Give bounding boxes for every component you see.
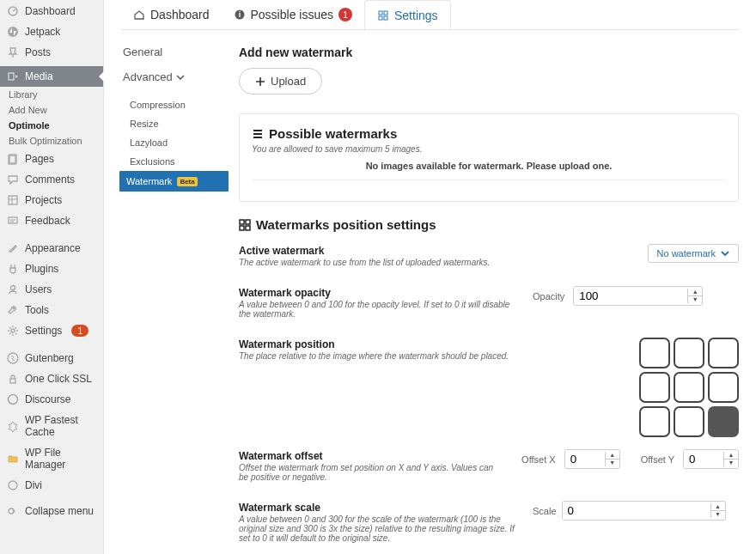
pos-w[interactable] — [639, 372, 670, 403]
offset-x-spinner[interactable]: ▲▼ — [605, 452, 619, 466]
sidebar-item-label: Projects — [25, 194, 62, 206]
list-icon — [252, 128, 264, 140]
sidebar-item-settings[interactable]: Settings1 — [0, 320, 103, 341]
sidebar-item-label: Dashboard — [25, 5, 76, 17]
possible-watermarks-panel: Possible watermarks You are allowed to s… — [239, 113, 739, 202]
sidebar-item-plugins[interactable]: Plugins — [0, 259, 103, 279]
sidebar-item-label: Divi — [25, 479, 42, 491]
sidebar-item-projects[interactable]: Projects — [0, 190, 103, 210]
innernav-sub-label: Watermark — [126, 176, 172, 186]
sidebar-item-collapse-menu[interactable]: Collapse menu — [0, 501, 103, 521]
pos-c[interactable] — [674, 372, 704, 403]
innernav-lazyload[interactable]: Lazyload — [123, 133, 222, 152]
feedback-icon — [7, 215, 19, 227]
offset-hint: Offset the watermark from set position o… — [239, 463, 504, 482]
plus-icon — [255, 76, 265, 87]
active-watermark-select[interactable]: No watermark — [648, 244, 739, 263]
tab-dashboard[interactable]: Dashboard — [121, 0, 222, 29]
gutenberg-icon — [7, 352, 19, 364]
sidebar-item-comments[interactable]: Comments — [0, 169, 103, 190]
sidebar-item-divi[interactable]: Divi — [0, 475, 103, 496]
position-label: Watermark position — [239, 338, 335, 350]
pos-sw[interactable] — [639, 406, 670, 437]
scale-input[interactable] — [563, 502, 710, 520]
opacity-hint: A value between 0 and 100 for the opacit… — [239, 300, 515, 319]
svg-rect-21 — [246, 220, 250, 224]
opacity-input-wrap: ▲▼ — [573, 286, 703, 306]
pos-se[interactable] — [708, 406, 739, 437]
sidebar-item-posts[interactable]: Posts — [0, 42, 103, 63]
innernav-sub-label: Exclusions — [130, 156, 175, 167]
sidebar-sub-library[interactable]: Library — [0, 87, 103, 102]
pw-hint: You are allowed to save maximum 5 images… — [252, 144, 726, 154]
innernav-watermark[interactable]: WatermarkBeta — [119, 171, 229, 192]
tab-label: Possible issues — [251, 8, 334, 21]
offset-y-spinner[interactable]: ▲▼ — [723, 452, 738, 466]
scale-spinner[interactable]: ▲▼ — [710, 503, 725, 518]
tab-settings[interactable]: Settings — [364, 0, 451, 31]
opacity-input[interactable] — [574, 287, 687, 305]
innernav-resize[interactable]: Resize — [123, 114, 222, 133]
sidebar-item-appearance[interactable]: Appearance — [0, 238, 103, 259]
active-watermark-value: No watermark — [657, 248, 716, 259]
tab-label: Dashboard — [150, 8, 210, 21]
pos-n[interactable] — [674, 338, 704, 368]
jetpack-icon — [7, 26, 19, 38]
sidebar-item-jetpack[interactable]: Jetpack — [0, 21, 103, 42]
sidebar-item-label: Gutenberg — [25, 352, 74, 364]
sidebar-item-dashboard[interactable]: Dashboard — [0, 1, 103, 21]
svg-rect-2 — [9, 73, 14, 80]
svg-rect-18 — [379, 16, 382, 20]
offset-y-label: Offset Y — [641, 454, 674, 465]
settings-inner-nav: General Advanced CompressionResizeLazylo… — [104, 30, 222, 554]
divi-icon — [7, 479, 19, 491]
sidebar-item-discourse[interactable]: Discourse — [0, 389, 103, 410]
sidebar-item-one-click-ssl[interactable]: One Click SSL — [0, 368, 103, 389]
offset-label: Watermark offset — [239, 450, 323, 462]
sidebar-item-pages[interactable]: Pages — [0, 149, 103, 169]
svg-rect-19 — [384, 16, 387, 20]
info-icon: i — [234, 9, 246, 21]
pos-e[interactable] — [708, 372, 739, 403]
beta-badge: Beta — [177, 177, 197, 186]
svg-rect-20 — [240, 220, 244, 224]
sidebar-sub-bulk-optimization[interactable]: Bulk Optimization — [0, 133, 103, 149]
comment-icon — [7, 174, 19, 186]
upload-button-label: Upload — [271, 75, 306, 88]
sidebar-item-label: Media — [25, 70, 53, 82]
sidebar-item-wp-fastest-cache[interactable]: WP Fastest Cache — [0, 410, 103, 442]
sidebar-item-media[interactable]: Media — [0, 66, 103, 87]
svg-point-11 — [9, 395, 18, 405]
wp-admin-sidebar: DashboardJetpackPostsMediaLibraryAdd New… — [0, 0, 104, 554]
innernav-exclusions[interactable]: Exclusions — [123, 152, 222, 171]
innernav-general[interactable]: General — [123, 46, 222, 58]
sidebar-sub-optimole[interactable]: Optimole — [0, 118, 103, 133]
innernav-advanced[interactable]: Advanced — [123, 70, 222, 83]
sidebar-badge: 1 — [71, 325, 88, 337]
sidebar-item-tools[interactable]: Tools — [0, 300, 103, 320]
sidebar-item-label: Posts — [25, 46, 51, 58]
projects-icon — [7, 194, 19, 206]
settings-content: Add new watermark Upload Possible waterm… — [222, 30, 756, 554]
pos-ne[interactable] — [708, 338, 739, 368]
sidebar-item-gutenberg[interactable]: Gutenberg — [0, 348, 103, 368]
opacity-spinner[interactable]: ▲▼ — [687, 289, 702, 303]
offset-x-input[interactable] — [565, 450, 605, 468]
upload-button[interactable]: Upload — [239, 68, 322, 94]
pos-nw[interactable] — [639, 338, 670, 368]
pos-s[interactable] — [674, 406, 704, 437]
sidebar-item-feedback[interactable]: Feedback — [0, 210, 103, 231]
sidebar-sub-add-new[interactable]: Add New — [0, 102, 103, 118]
discourse-icon — [7, 393, 19, 405]
sidebar-item-label: Collapse menu — [25, 505, 94, 517]
folder-icon — [7, 453, 19, 465]
home-icon — [133, 9, 145, 21]
plugin-icon — [7, 263, 19, 275]
sidebar-item-wp-file-manager[interactable]: WP File Manager — [0, 442, 103, 475]
sidebar-item-users[interactable]: Users — [0, 279, 103, 300]
offset-y-input[interactable] — [684, 450, 723, 468]
opacity-field-label: Opacity — [533, 291, 564, 301]
tab-possible-issues[interactable]: iPossible issues1 — [222, 0, 365, 29]
innernav-compression[interactable]: Compression — [123, 95, 222, 114]
pw-empty-message: No images available for watermark. Pleas… — [252, 161, 726, 180]
